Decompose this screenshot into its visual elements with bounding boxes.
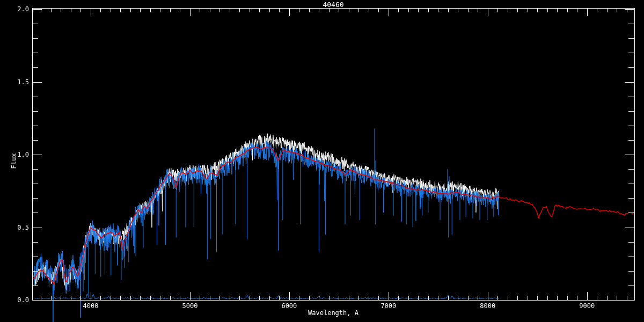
- y-tick-label: 2.0: [4, 5, 29, 13]
- y-tick-label: 1.0: [4, 151, 29, 158]
- x-axis-label: Wavelength, A: [280, 309, 387, 317]
- y-tick-label: 0.0: [4, 296, 29, 304]
- y-tick-label: 1.5: [4, 78, 29, 86]
- plot-title: 40460: [280, 1, 387, 9]
- plot-canvas: [0, 0, 644, 322]
- x-tick-label: 8000: [472, 302, 504, 310]
- x-tick-label: 6000: [273, 302, 305, 310]
- x-tick-label: 7000: [372, 302, 405, 310]
- x-tick-label: 5000: [174, 302, 206, 310]
- y-tick-label: 0.5: [4, 224, 29, 231]
- x-tick-label: 9000: [571, 302, 603, 310]
- spectrum-plot-window: 40460 Flux Wavelength, A 400050006000700…: [0, 0, 644, 322]
- x-tick-label: 4000: [75, 302, 107, 310]
